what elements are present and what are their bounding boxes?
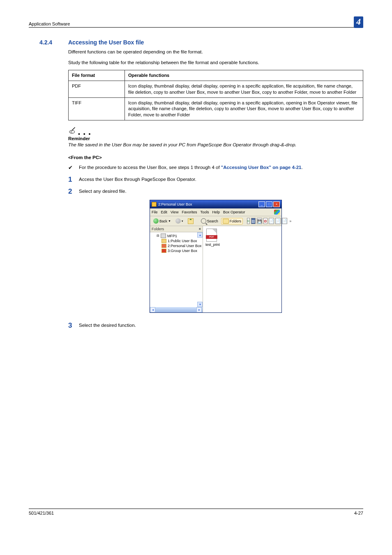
folder-icon [161,239,166,243]
up-folder-icon [188,218,194,224]
device-icon [161,234,166,238]
tool-button-7[interactable]: 📄 [282,218,287,224]
tree-device[interactable]: ⊟MFP1 [152,234,202,239]
folder-icon [161,249,166,253]
window-title: 2:Personal User Box [158,202,192,206]
tool-button-2[interactable]: ▥ [251,218,256,224]
running-title: Application Software [29,21,70,26]
toolbar-overflow[interactable]: » [288,219,291,223]
section-number: 4.2.4 [39,39,68,46]
window-icon [152,202,157,207]
cell-functions: Icon display, thumbnail display, detail … [125,81,363,97]
footer-left: 501/421/361 [29,511,54,516]
step-number: 3 [68,322,79,329]
tool-button-5[interactable]: 📄 [269,218,274,224]
menu-box-operator[interactable]: Box Operator [223,210,245,214]
reminder-heading: Reminder [68,136,363,141]
menu-bar: File Edit View Favorites Tools Help Box … [150,208,281,216]
scroll-left-button[interactable]: ◂ [150,307,155,312]
bullet-text-suffix: . [301,165,302,170]
minimize-button[interactable]: _ [258,201,265,207]
folder-tree: ▴ ⊟MFP1 1:Public User Box 2:Personal Use… [150,232,203,307]
search-icon [201,218,206,224]
checkmark-icon: ✔ [68,164,79,171]
tool-button-6[interactable]: 📄 [275,218,281,224]
step-1: 1 Access the User Box through PageScope … [68,176,363,183]
menu-help[interactable]: Help [212,210,220,214]
tool-button-4[interactable]: ✿ [263,218,267,224]
page-footer: 501/421/361 4-27 [29,509,363,516]
cross-reference-link[interactable]: "Accessing User Box" on page 4-21 [221,165,302,170]
step-3: 3 Select the desired function. [68,322,363,329]
chapter-number-badge: 4 [354,16,363,28]
tree-group-box[interactable]: 3:Group User Box [152,249,202,254]
tree-personal-box[interactable]: 2:Personal User Box [152,244,202,249]
table-row: PDF Icon display, thumbnail display, det… [69,81,363,97]
menu-favorites[interactable]: Favorites [182,210,197,214]
step-text: Access the User Box through PageScope Bo… [79,176,363,183]
cell-format: PDF [69,81,125,97]
folders-pane-close[interactable]: × [199,227,201,231]
back-icon [153,218,159,224]
tree-public-box[interactable]: 1:Public User Box [152,239,202,244]
window-titlebar: 2:Personal User Box _ □ × [150,200,281,208]
forward-button[interactable]: ▾ [174,217,185,224]
menu-edit[interactable]: Edit [161,210,168,214]
ellipsis-icon: • • • [78,133,91,135]
folders-pane: Folders × ▴ ⊟MFP1 1:Public User Box 2:Pe… [150,226,203,312]
windows-logo-icon [274,210,280,215]
step-2: 2 Select any desired file. [68,188,363,195]
file-item[interactable]: PDF test_print [205,229,218,247]
footer-right: 4-27 [354,511,363,516]
section-title: Accessing the User Box file [68,39,144,46]
running-header: Application Software 4 [29,15,363,28]
files-pane[interactable]: PDF test_print [203,226,281,312]
menu-view[interactable]: View [171,210,178,214]
procedure-bullet: ✔ For the procedure to access the User B… [68,164,363,171]
table-header-format: File format [69,70,125,81]
close-button[interactable]: × [273,201,280,207]
maximize-button[interactable]: □ [266,201,272,207]
scroll-right-button[interactable]: ▸ [196,307,202,312]
step-text: Select the desired function. [79,322,363,329]
scroll-up-button[interactable]: ▴ [197,232,203,238]
step-number: 1 [68,176,79,183]
reminder-icon: • • • [68,126,363,135]
step-number: 2 [68,188,79,195]
tool-button-3[interactable]: 💾 [257,218,262,224]
table-row: TIFF Icon display, thumbnail display, de… [69,97,363,120]
intro-paragraph-1: Different functions can be operated depe… [68,49,363,56]
back-button[interactable]: Back ▼ [152,217,173,224]
table-header-functions: Operable functions [125,70,363,81]
up-button[interactable] [186,217,195,225]
cell-functions: Icon display, thumbnail display, detail … [125,97,363,120]
file-label: test_print [205,243,220,247]
h-scrollbar[interactable]: ◂ ▸ [150,307,203,312]
menu-tools[interactable]: Tools [200,210,209,214]
reminder-body: The file saved in the User Box may be sa… [68,142,363,148]
cell-format: TIFF [69,97,125,120]
note-icon [68,126,77,135]
bullet-text-prefix: For the procedure to access the User Box… [79,165,221,170]
svg-point-0 [69,130,75,133]
menu-file[interactable]: File [152,210,158,214]
scroll-down-button[interactable]: ▾ [197,302,203,307]
operable-functions-table: File format Operable functions PDF Icon … [68,70,363,120]
toolbar: Back ▼ ▾ Search Folders ⎘ ▥ 💾 ✿ 📄 📄 📄 » [150,216,281,226]
forward-icon [175,218,181,224]
folders-pane-title: Folders [152,227,164,231]
from-pc-heading: <From the PC> [68,155,363,160]
tool-button-1[interactable]: ⎘ [247,218,250,224]
intro-paragraph-2: Study the following table for the relati… [68,60,363,66]
search-button[interactable]: Search [199,217,220,224]
folder-icon [161,244,166,248]
pdf-file-icon: PDF [206,229,217,242]
folders-icon [223,219,229,224]
step-text: Select any desired file. [79,188,363,195]
explorer-window: 2:Personal User Box _ □ × File Edit View… [150,200,282,313]
folders-button[interactable]: Folders [221,218,243,224]
